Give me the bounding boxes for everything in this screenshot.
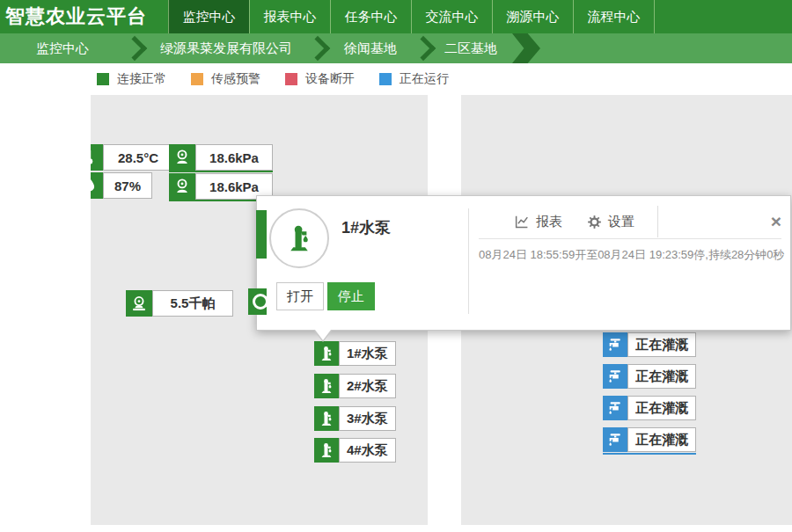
nav-item-task-center[interactable]: 任务中心 (330, 0, 411, 33)
legend-item-disconnected: 设备断开 (285, 71, 355, 87)
top-navbar: 智慧农业云平台 监控中心 报表中心 任务中心 交流中心 溯源中心 流程中心 (0, 0, 792, 33)
pressure-sensor-icon (169, 173, 195, 200)
stop-button[interactable]: 停止 (327, 282, 375, 310)
pressure-gauge-icon (126, 290, 152, 317)
chevron-right-icon (411, 36, 436, 61)
breadcrumb: 监控中心 绿源果菜发展有限公司 徐闻基地 二区基地 (0, 33, 792, 63)
irrigation-marker-3[interactable]: 正在灌溉 (603, 396, 696, 420)
water-pump-icon (314, 406, 339, 431)
nav-item-exchange-center[interactable]: 交流中心 (411, 0, 492, 33)
pressure-sensor-icon (169, 144, 195, 171)
irrigation-status: 正在灌溉 (627, 332, 696, 357)
map-marker-fragment (256, 210, 267, 259)
popup-divider (468, 208, 469, 314)
nav-item-report-center[interactable]: 报表中心 (249, 0, 330, 33)
gauge-value: 5.5千帕 (152, 290, 233, 317)
pressure-marker-1[interactable]: 18.6kPa (169, 144, 273, 171)
breadcrumb-zone2-base[interactable]: 二区基地 (433, 40, 509, 57)
humidity-value: 87% (103, 172, 152, 199)
popup-rule (479, 238, 781, 239)
green-swatch-icon (97, 73, 109, 85)
faucet-icon (603, 364, 627, 389)
legend-label: 传感预警 (211, 71, 260, 87)
pump-detail-popup: 1#水泵 打开 停止 报表 设置 × 08月24日 18:55:59开至08月2… (256, 195, 791, 331)
pump-avatar (269, 208, 329, 268)
legend-label: 设备断开 (305, 71, 355, 87)
app-title: 智慧农业云平台 (0, 0, 156, 33)
irrigation-status: 正在灌溉 (627, 364, 696, 389)
water-pump-icon (314, 374, 339, 398)
popup-title: 1#水泵 (341, 217, 391, 238)
report-label: 报表 (536, 214, 562, 230)
breadcrumb-xuwen-base[interactable]: 徐闻基地 (327, 40, 414, 57)
toolbar-divider (657, 206, 658, 237)
pressure-value: 18.6kPa (195, 144, 273, 171)
irrigation-marker-1[interactable]: 正在灌溉 (603, 332, 696, 357)
settings-button[interactable]: 设置 (587, 214, 634, 230)
status-legend: 连接正常 传感预警 设备断开 正在运行 (97, 69, 449, 90)
pump-marker-3[interactable]: 3#水泵 (314, 406, 396, 431)
legend-label: 连接正常 (117, 71, 166, 87)
irrigation-status: 正在灌溉 (627, 427, 696, 452)
nav-item-monitor-center[interactable]: 监控中心 (168, 0, 249, 33)
water-pump-icon (283, 222, 315, 254)
popup-toolbar: 报表 设置 × (514, 208, 781, 235)
chevron-right-icon (305, 36, 330, 61)
faucet-icon (603, 427, 627, 452)
water-pump-icon (314, 438, 339, 463)
faucet-icon (603, 396, 627, 420)
settings-label: 设置 (608, 214, 634, 230)
pump-marker-1[interactable]: 1#水泵 (314, 341, 396, 366)
legend-item-connected: 连接正常 (97, 71, 166, 87)
report-button[interactable]: 报表 (514, 214, 562, 230)
legend-item-running: 正在运行 (379, 71, 449, 87)
orange-swatch-icon (191, 73, 203, 85)
irrigation-marker-2[interactable]: 正在灌溉 (603, 364, 696, 389)
irrigation-status: 正在灌溉 (627, 396, 696, 420)
pump-label: 4#水泵 (339, 438, 396, 463)
gauge-marker[interactable]: 5.5千帕 (126, 290, 233, 317)
water-pump-icon (314, 341, 339, 366)
pump-label: 2#水泵 (339, 374, 396, 398)
main-menu: 监控中心 报表中心 任务中心 交流中心 溯源中心 流程中心 (168, 0, 655, 33)
chevron-right-icon (122, 36, 147, 61)
humidity-droplet-icon (91, 172, 103, 199)
legend-label: 正在运行 (400, 71, 449, 87)
line-chart-icon (514, 214, 530, 230)
temperature-marker[interactable]: 28.5°C (91, 144, 173, 171)
red-swatch-icon (285, 73, 297, 85)
smart-agriculture-platform: 智慧农业云平台 监控中心 报表中心 任务中心 交流中心 溯源中心 流程中心 监控… (0, 0, 792, 532)
faucet-icon (603, 332, 627, 357)
open-button[interactable]: 打开 (276, 282, 324, 310)
arrow-right-icon (512, 33, 540, 63)
pump-marker-4[interactable]: 4#水泵 (314, 438, 396, 463)
irrigation-marker-4[interactable]: 正在灌溉 (603, 427, 696, 452)
thermometer-icon (91, 144, 103, 171)
gear-icon (587, 215, 602, 230)
close-icon[interactable]: × (771, 213, 781, 230)
temperature-value: 28.5°C (103, 144, 173, 171)
pump-marker-2[interactable]: 2#水泵 (314, 374, 396, 398)
run-history-text: 08月24日 18:55:59开至08月24日 19:23:59停,持续28分钟… (479, 247, 785, 263)
nav-item-process-center[interactable]: 流程中心 (573, 0, 655, 33)
nav-item-trace-center[interactable]: 溯源中心 (492, 0, 573, 33)
pump-label: 1#水泵 (339, 341, 396, 366)
legend-item-sensor-warning: 传感预警 (191, 71, 260, 87)
humidity-marker[interactable]: 87% (91, 172, 152, 199)
blue-swatch-icon (379, 73, 392, 85)
breadcrumb-monitor-center[interactable]: 监控中心 (0, 40, 125, 57)
pump-label: 3#水泵 (339, 406, 396, 431)
breadcrumb-company[interactable]: 绿源果菜发展有限公司 (144, 40, 308, 57)
map-marker-fragment-icon (248, 288, 267, 315)
